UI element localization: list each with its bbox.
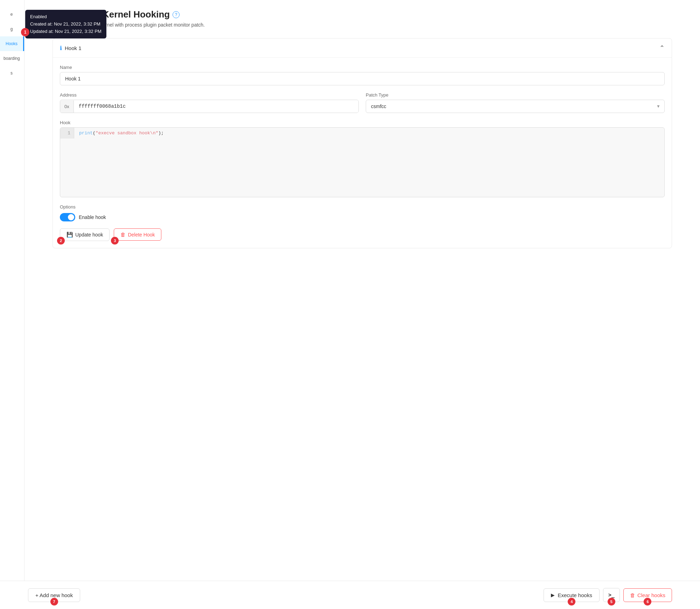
hook-actions-row: 💾 Update hook 2 🗑 Delete Hook — [60, 228, 665, 241]
hook-code-group: Hook 1 print("execve sandbox hook\n"); — [60, 120, 665, 197]
badge-4: 4 — [568, 598, 575, 606]
badge-5: 5 — [608, 598, 615, 606]
status-tooltip: Enabled Created at: Nov 21, 2022, 3:32 P… — [25, 10, 106, 38]
name-input[interactable] — [60, 72, 665, 85]
terminal-icon: >_ — [608, 592, 615, 598]
sidebar-item-boarding[interactable]: boarding — [0, 51, 24, 66]
play-icon: ▶ — [551, 592, 555, 598]
help-icon[interactable]: ? — [173, 11, 180, 18]
hook-label: Hook — [60, 120, 665, 125]
toggle-slider — [60, 213, 75, 221]
patch-type-label: Patch Type — [366, 92, 665, 98]
page-header: Hypervisor Kernel Hooking ? Patch the Hy… — [24, 0, 700, 38]
badge-2: 2 — [57, 237, 65, 245]
sidebar-item-s[interactable]: s — [0, 66, 24, 80]
sidebar-item-hooks[interactable]: Hooks — [0, 36, 24, 51]
hook-card-header: ℹ Hook 1 ⌃ — [53, 38, 672, 58]
address-patch-row: Address 0x Patch Type csmfcc inline — [60, 92, 665, 113]
collapse-icon[interactable]: ⌃ — [659, 44, 665, 52]
badge-6: 6 — [644, 598, 651, 606]
address-input[interactable] — [74, 100, 358, 113]
hook-card: ℹ Hook 1 ⌃ Name Address 0x — [52, 38, 672, 248]
bottom-bar: + Add new hook 7 ▶ Execute hooks 4 — [0, 581, 700, 609]
sidebar: e g Hooks boarding s — [0, 0, 24, 609]
name-group: Name — [60, 65, 665, 85]
code-line-1: 1 print("execve sandbox hook\n"); — [60, 128, 664, 139]
main-content: Hypervisor Kernel Hooking ? Patch the Hy… — [24, 0, 700, 609]
code-editor[interactable]: 1 print("execve sandbox hook\n"); — [60, 127, 665, 197]
patch-type-wrapper: csmfcc inline absolute ▼ — [366, 100, 665, 113]
hook-card-title: ℹ Hook 1 — [60, 45, 82, 51]
sidebar-item-e[interactable]: e — [0, 7, 24, 22]
address-input-wrapper: 0x — [60, 100, 359, 113]
badge-7: 7 — [50, 598, 58, 606]
options-group: Options Enable hook — [60, 204, 665, 221]
save-icon: 💾 — [66, 232, 73, 238]
hook-card-body: Name Address 0x Patch Type — [53, 58, 672, 248]
update-hook-button[interactable]: 💾 Update hook — [60, 228, 110, 241]
info-icon: ℹ — [60, 45, 62, 51]
address-group: Address 0x — [60, 92, 359, 113]
patch-type-select[interactable]: csmfcc inline absolute — [366, 100, 665, 113]
line-content-1: print("execve sandbox hook\n"); — [74, 128, 169, 139]
address-label: Address — [60, 92, 359, 98]
trash-clear-icon: 🗑 — [630, 592, 635, 598]
name-label: Name — [60, 65, 665, 70]
enable-hook-toggle[interactable] — [60, 213, 75, 221]
patch-type-group: Patch Type csmfcc inline absolute ▼ — [366, 92, 665, 113]
toggle-row: Enable hook — [60, 213, 665, 221]
line-number-1: 1 — [60, 128, 74, 139]
trash-icon: 🗑 — [120, 232, 126, 238]
address-prefix: 0x — [60, 100, 74, 113]
delete-hook-button[interactable]: 🗑 Delete Hook — [114, 228, 161, 241]
badge-3: 3 — [111, 237, 119, 245]
bottom-left: + Add new hook 7 — [28, 588, 80, 602]
page-description: Patch the Hypervisor Kernel with process… — [52, 22, 672, 28]
badge-1: 1 — [21, 28, 29, 36]
options-label: Options — [60, 204, 665, 210]
bottom-right: ▶ Execute hooks 4 >_ 5 — [544, 588, 672, 602]
sidebar-item-g[interactable]: g — [0, 22, 24, 36]
enable-hook-label: Enable hook — [79, 214, 106, 220]
